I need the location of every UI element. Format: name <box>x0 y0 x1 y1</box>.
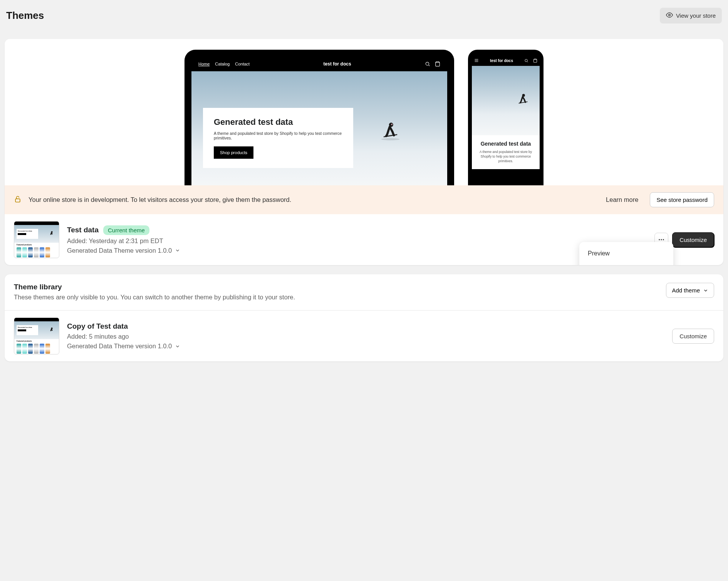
theme-name: Test data <box>67 226 99 234</box>
bag-icon <box>533 59 537 63</box>
theme-added-date: Added: 5 minutes ago <box>67 333 664 340</box>
svg-rect-14 <box>15 199 20 202</box>
nav-catalog: Catalog <box>215 62 230 66</box>
hero-subtitle: A theme and populated test store by Shop… <box>214 131 342 140</box>
svg-point-16 <box>659 239 660 240</box>
svg-point-6 <box>391 124 393 125</box>
banner-message: Your online store is in development. To … <box>29 196 599 203</box>
development-banner: Your online store is in development. To … <box>5 185 723 214</box>
chevron-down-icon <box>175 344 180 349</box>
svg-point-0 <box>669 14 671 16</box>
svg-point-17 <box>661 239 662 240</box>
svg-point-18 <box>663 239 664 240</box>
svg-point-15 <box>51 231 53 233</box>
view-store-button[interactable]: View your store <box>660 8 722 24</box>
svg-point-5 <box>389 123 393 127</box>
svg-line-11 <box>527 61 528 62</box>
chevron-down-icon <box>703 288 708 293</box>
library-theme-row: Generated test data Featured products Co… <box>5 311 723 361</box>
storefront-icons <box>425 61 440 67</box>
desktop-preview-frame: Home Catalog Contact test for docs <box>185 50 454 185</box>
see-password-button[interactable]: See store password <box>650 192 714 207</box>
customize-button[interactable]: Customize <box>672 232 714 247</box>
nav-contact: Contact <box>235 62 250 66</box>
nav-home: Home <box>198 62 210 66</box>
svg-point-22 <box>51 327 53 329</box>
svg-point-1 <box>426 62 429 65</box>
theme-version-toggle[interactable]: Generated Data Theme version 1.0.0 <box>67 247 180 254</box>
svg-point-4 <box>381 138 400 141</box>
search-icon <box>425 61 430 67</box>
search-icon <box>524 59 528 63</box>
view-store-label: View your store <box>676 12 716 19</box>
snowboarder-figure <box>516 92 530 106</box>
theme-thumbnail: Generated test data Featured products <box>14 221 59 258</box>
hero-title-mobile: Generated test data <box>476 141 535 147</box>
eye-icon <box>666 12 673 20</box>
theme-preview-area: Home Catalog Contact test for docs <box>5 39 723 185</box>
add-theme-button[interactable]: Add theme <box>666 283 714 298</box>
storefront-nav: Home Catalog Contact <box>198 62 250 66</box>
hero-card: Generated test data A theme and populate… <box>203 108 353 168</box>
theme-added-date: Added: Yesterday at 2:31 pm EDT <box>67 237 647 245</box>
theme-name: Copy of Test data <box>67 322 128 331</box>
hero-card-mobile: Generated test data A theme and populate… <box>472 135 540 169</box>
storefront-title: test for docs <box>324 61 351 67</box>
current-theme-badge: Current theme <box>103 225 149 235</box>
hero-subtitle-mobile: A theme and populated test store by Shop… <box>476 150 535 164</box>
learn-more-link[interactable]: Learn more <box>606 196 638 203</box>
storefront-title-mobile: test for docs <box>490 59 513 63</box>
svg-point-13 <box>522 94 525 97</box>
chevron-down-icon <box>175 248 180 253</box>
hero-title: Generated test data <box>214 117 342 127</box>
library-subtitle: These themes are only visible to you. Yo… <box>14 294 295 301</box>
svg-point-10 <box>525 59 527 61</box>
dropdown-rename[interactable]: Rename <box>582 262 670 265</box>
theme-actions-dropdown: Preview Rename Duplicate Download theme … <box>579 242 673 265</box>
hamburger-icon <box>474 58 479 63</box>
svg-line-2 <box>429 65 429 66</box>
snowboarder-figure <box>380 120 401 141</box>
current-theme-row: Generated test data Featured products Te… <box>5 214 723 265</box>
mobile-preview-frame: test for docs Gen <box>468 50 543 185</box>
theme-version-toggle[interactable]: Generated Data Theme version 1.0.0 <box>67 343 180 350</box>
hero-shop-button: Shop products <box>214 146 253 159</box>
customize-button[interactable]: Customize <box>672 329 714 344</box>
lock-icon <box>14 195 22 204</box>
page-title: Themes <box>6 10 44 22</box>
dropdown-preview[interactable]: Preview <box>582 245 670 262</box>
theme-thumbnail: Generated test data Featured products <box>14 317 59 354</box>
bag-icon <box>435 61 440 67</box>
library-title: Theme library <box>14 283 295 291</box>
